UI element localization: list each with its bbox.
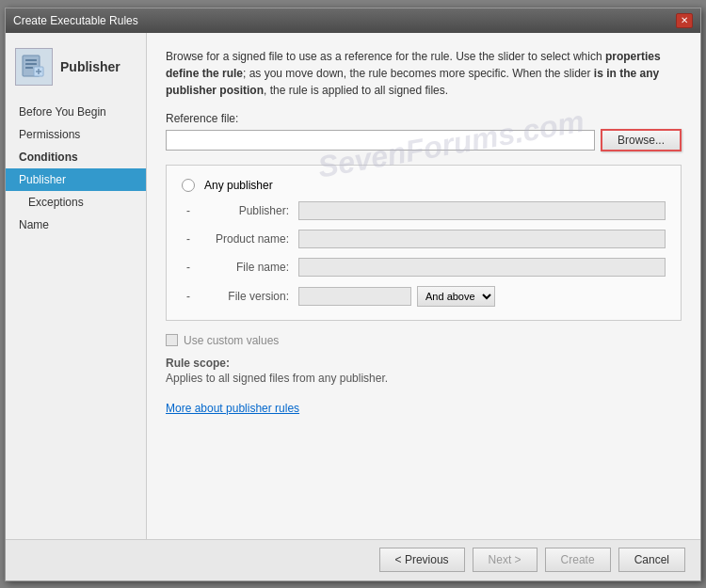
file-name-row: - File name: (182, 258, 666, 277)
any-publisher-label: Any publisher (204, 179, 273, 192)
svg-rect-1 (25, 59, 37, 61)
publisher-field-label: Publisher: (204, 204, 289, 217)
any-publisher-row: Any publisher (182, 179, 666, 192)
description-text: Browse for a signed file to use as a ref… (166, 48, 682, 99)
next-button[interactable]: Next > (473, 548, 538, 572)
file-version-label: File version: (204, 290, 289, 303)
browse-button[interactable]: Browse... (601, 129, 682, 151)
product-dash: - (182, 232, 195, 246)
use-custom-values-area: Use custom values (166, 334, 682, 347)
publisher-icon (15, 48, 53, 86)
publisher-dash: - (182, 204, 195, 217)
svg-rect-2 (25, 63, 37, 65)
ref-file-label: Reference file: (166, 112, 682, 125)
main-window: Create Executable Rules ✕ (5, 8, 701, 581)
close-button[interactable]: ✕ (676, 13, 693, 28)
rule-scope-label: Rule scope: (166, 357, 682, 370)
product-name-input[interactable] (298, 230, 666, 248)
window-title: Create Executable Rules (13, 14, 138, 27)
sidebar-header: Publisher (6, 40, 146, 93)
main-panel: SevenForums.com Browse for a signed file… (147, 33, 700, 539)
sidebar-item-before-you-begin[interactable]: Before You Begin (6, 101, 146, 123)
sidebar-item-permissions[interactable]: Permissions (6, 123, 146, 146)
file-version-dash: - (182, 290, 195, 303)
file-version-input[interactable] (298, 287, 411, 306)
publisher-svg-icon (21, 54, 47, 80)
product-name-row: - Product name: (182, 230, 666, 248)
rule-scope-section: Rule scope: Applies to all signed files … (166, 357, 682, 385)
title-bar: Create Executable Rules ✕ (6, 8, 700, 33)
sidebar-item-exceptions[interactable]: Exceptions (6, 191, 146, 214)
reference-file-input[interactable] (166, 130, 595, 151)
cancel-button[interactable]: Cancel (618, 548, 685, 572)
file-version-controls: And above (298, 286, 666, 307)
sidebar: Publisher Before You Begin Permissions C… (6, 33, 147, 539)
product-name-label: Product name: (204, 232, 289, 246)
footer: < Previous Next > Create Cancel (6, 539, 700, 580)
previous-button[interactable]: < Previous (379, 548, 465, 572)
file-name-dash: - (182, 261, 195, 274)
publisher-input[interactable] (298, 201, 666, 220)
publisher-options-box: Any publisher - Publisher: - Product nam… (166, 165, 682, 321)
and-above-select[interactable]: And above (417, 286, 495, 307)
sidebar-item-publisher[interactable]: Publisher (6, 168, 146, 191)
file-name-label: File name: (204, 261, 289, 274)
content-area: Publisher Before You Begin Permissions C… (6, 33, 700, 539)
use-custom-values-label: Use custom values (184, 334, 279, 347)
any-publisher-radio[interactable] (182, 179, 195, 192)
publisher-row: - Publisher: (182, 201, 666, 220)
more-about-publisher-link[interactable]: More about publisher rules (166, 402, 299, 415)
browse-row: Browse... (166, 129, 682, 151)
use-custom-values-checkbox[interactable] (166, 334, 178, 346)
sidebar-section-conditions: Conditions (6, 146, 146, 168)
create-button[interactable]: Create (545, 548, 611, 572)
file-name-input[interactable] (298, 258, 666, 277)
sidebar-title: Publisher (60, 59, 120, 74)
rule-scope-desc: Applies to all signed files from any pub… (166, 372, 682, 385)
file-version-row: - File version: And above (182, 286, 666, 307)
svg-rect-3 (25, 67, 33, 69)
sidebar-item-name[interactable]: Name (6, 214, 146, 236)
